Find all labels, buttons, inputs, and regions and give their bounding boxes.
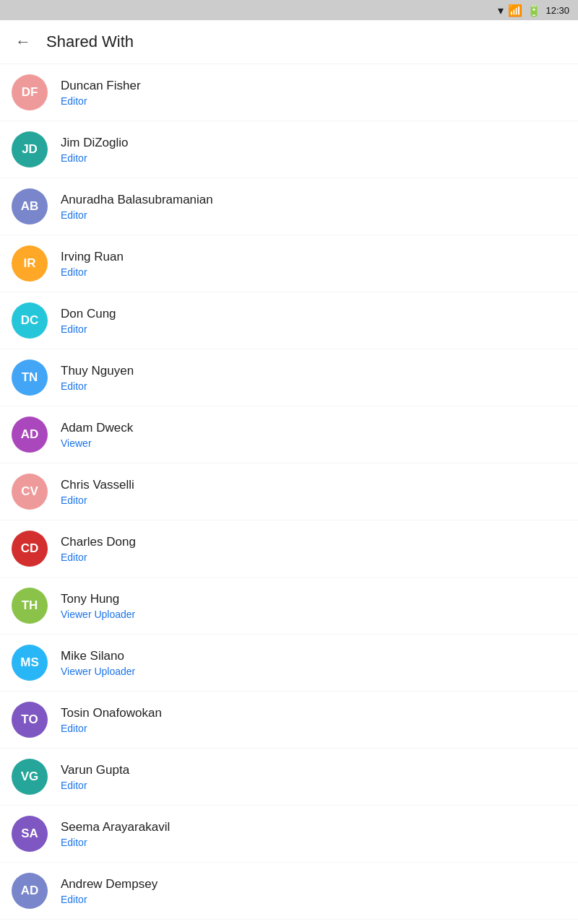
list-item[interactable]: JDJim DiZoglioEditor xyxy=(0,121,578,178)
user-name: Charles Dong xyxy=(61,535,136,549)
user-role: Editor xyxy=(61,380,134,392)
user-role: Editor xyxy=(61,152,129,164)
user-name: Tosin Onafowokan xyxy=(61,706,162,720)
list-item[interactable]: ECEvan CoutreEditor xyxy=(0,920,578,924)
list-item[interactable]: ADAdam DweckViewer xyxy=(0,406,578,463)
user-name: Anuradha Balasubramanian xyxy=(61,193,213,207)
avatar: AB xyxy=(12,188,48,225)
header: ← Shared With xyxy=(0,20,578,64)
user-name: Seema Arayarakavil xyxy=(61,820,170,834)
user-role: Editor xyxy=(61,95,141,107)
avatar: TH xyxy=(12,588,48,624)
user-name: Duncan Fisher xyxy=(61,79,141,93)
avatar: AD xyxy=(12,417,48,453)
user-role: Editor xyxy=(61,209,213,221)
user-info: Duncan FisherEditor xyxy=(61,79,141,107)
status-time: 12:30 xyxy=(545,5,569,16)
list-item[interactable]: MSMike SilanoViewer Uploader xyxy=(0,635,578,692)
user-info: Chris VasselliEditor xyxy=(61,478,134,506)
user-name: Varun Gupta xyxy=(61,763,129,777)
user-info: Irving RuanEditor xyxy=(61,250,124,278)
avatar: AD xyxy=(12,873,48,909)
user-info: Mike SilanoViewer Uploader xyxy=(61,649,135,677)
status-icons: ▾ 📶 🔋 12:30 xyxy=(498,4,569,17)
list-item[interactable]: DCDon CungEditor xyxy=(0,292,578,349)
user-info: Jim DiZoglioEditor xyxy=(61,136,129,164)
user-role: Viewer Uploader xyxy=(61,609,135,620)
avatar: VG xyxy=(12,759,48,795)
user-info: Charles DongEditor xyxy=(61,535,136,563)
user-list: DFDuncan FisherEditorJDJim DiZoglioEdito… xyxy=(0,64,578,924)
user-name: Tony Hung xyxy=(61,592,135,606)
user-info: Thuy NguyenEditor xyxy=(61,364,134,392)
avatar: CD xyxy=(12,531,48,567)
list-item[interactable]: THTony HungViewer Uploader xyxy=(0,578,578,635)
list-item[interactable]: TNThuy NguyenEditor xyxy=(0,349,578,406)
list-item[interactable]: ADAndrew DempseyEditor xyxy=(0,863,578,920)
user-role: Viewer xyxy=(61,437,133,449)
list-item[interactable]: CVChris VasselliEditor xyxy=(0,463,578,520)
list-item[interactable]: IRIrving RuanEditor xyxy=(0,235,578,292)
user-info: Tosin OnafowokanEditor xyxy=(61,706,162,734)
user-info: Anuradha BalasubramanianEditor xyxy=(61,193,213,221)
user-role: Editor xyxy=(61,552,136,563)
avatar: DF xyxy=(12,74,48,110)
user-role: Viewer Uploader xyxy=(61,666,135,677)
avatar: CV xyxy=(12,474,48,510)
avatar: SA xyxy=(12,816,48,852)
wifi-icon: ▾ xyxy=(498,4,504,17)
user-info: Andrew DempseyEditor xyxy=(61,877,158,905)
signal-icon: 📶 xyxy=(508,4,522,17)
user-name: Don Cung xyxy=(61,307,116,321)
user-name: Chris Vasselli xyxy=(61,478,134,492)
avatar: JD xyxy=(12,131,48,167)
user-info: Don CungEditor xyxy=(61,307,116,335)
user-name: Andrew Dempsey xyxy=(61,877,158,892)
battery-icon: 🔋 xyxy=(527,4,541,17)
avatar: IR xyxy=(12,245,48,282)
user-role: Editor xyxy=(61,894,158,905)
avatar: TO xyxy=(12,702,48,738)
user-role: Editor xyxy=(61,266,124,278)
back-arrow-icon: ← xyxy=(15,32,31,51)
user-role: Editor xyxy=(61,837,170,848)
list-item[interactable]: ABAnuradha BalasubramanianEditor xyxy=(0,178,578,235)
list-item[interactable]: TOTosin OnafowokanEditor xyxy=(0,692,578,749)
user-role: Editor xyxy=(61,494,134,506)
user-info: Seema ArayarakavilEditor xyxy=(61,820,170,848)
user-name: Adam Dweck xyxy=(61,421,133,435)
user-info: Tony HungViewer Uploader xyxy=(61,592,135,620)
avatar: TN xyxy=(12,359,48,396)
back-button[interactable]: ← xyxy=(12,30,35,53)
user-role: Editor xyxy=(61,723,162,734)
list-item[interactable]: DFDuncan FisherEditor xyxy=(0,64,578,121)
user-info: Adam DweckViewer xyxy=(61,421,133,449)
list-item[interactable]: SASeema ArayarakavilEditor xyxy=(0,806,578,863)
avatar: MS xyxy=(12,645,48,681)
user-info: Varun GuptaEditor xyxy=(61,763,129,791)
page-title: Shared With xyxy=(46,32,134,51)
list-item[interactable]: CDCharles DongEditor xyxy=(0,520,578,578)
status-bar: ▾ 📶 🔋 12:30 xyxy=(0,0,578,20)
user-name: Irving Ruan xyxy=(61,250,124,264)
user-role: Editor xyxy=(61,323,116,335)
user-role: Editor xyxy=(61,780,129,791)
user-name: Thuy Nguyen xyxy=(61,364,134,378)
user-name: Jim DiZoglio xyxy=(61,136,129,150)
avatar: DC xyxy=(12,302,48,339)
user-name: Mike Silano xyxy=(61,649,135,663)
list-item[interactable]: VGVarun GuptaEditor xyxy=(0,749,578,806)
